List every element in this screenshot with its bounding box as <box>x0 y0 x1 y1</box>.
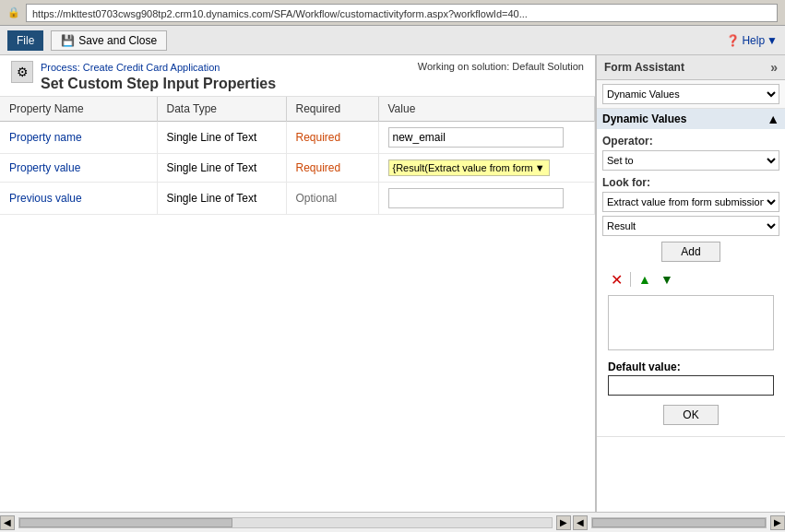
right-panel-scroll-left[interactable]: ◀ <box>573 515 588 530</box>
scroll-left-arrow[interactable]: ◀ <box>0 515 15 530</box>
dynamic-values-section-header: Dynamic Values ▲ <box>597 109 785 129</box>
process-link[interactable]: Process: Create Credit Card Application <box>41 61 276 74</box>
values-textarea[interactable] <box>608 295 774 350</box>
value-cell-1: {Result(Extract value from form ▼ <box>378 154 595 183</box>
form-assistant-dropdown[interactable]: Dynamic Values Static Values <box>602 84 779 104</box>
property-name-cell-2: Previous value <box>0 183 157 215</box>
move-up-icon[interactable]: ▲ <box>636 271 653 288</box>
operator-select[interactable]: Set to <box>602 150 779 171</box>
right-panel: Form Assistant » Dynamic Values Static V… <box>596 55 785 512</box>
right-scrollbar-thumb <box>592 518 766 527</box>
value-input-0[interactable] <box>388 127 564 148</box>
scroll-right-arrow[interactable]: ▶ <box>556 515 571 530</box>
optional-badge-2: Optional <box>296 192 338 205</box>
dynamic-values-section: Dynamic Values ▲ Operator: Set to Look f… <box>597 109 785 437</box>
operator-label: Operator: <box>602 135 779 148</box>
actions-divider <box>630 272 631 287</box>
data-type-cell-2: Single Line of Text <box>157 183 286 215</box>
delete-icon[interactable]: ✕ <box>608 271 624 288</box>
scrollbar-track[interactable] <box>18 517 553 528</box>
look-for-select[interactable]: Extract value from form submission <box>602 192 779 212</box>
table-row: Previous value Single Line of Text Optio… <box>0 183 595 215</box>
required-cell-2: Optional <box>286 183 378 215</box>
property-value-link[interactable]: Property value <box>9 161 80 174</box>
col-header-required: Required <box>286 97 378 122</box>
move-down-icon[interactable]: ▼ <box>659 271 675 288</box>
header-text: Process: Create Credit Card Application … <box>41 61 276 92</box>
ok-button[interactable]: OK <box>663 405 718 425</box>
page-header: ⚙ Process: Create Credit Card Applicatio… <box>0 55 595 97</box>
add-button[interactable]: Add <box>661 242 720 262</box>
bottom-scrollbar: ◀ ▶ ◀ ▶ <box>0 512 785 532</box>
dynamic-value-dropdown-icon: ▼ <box>535 162 545 173</box>
dynamic-values-title: Dynamic Values <box>602 112 686 125</box>
previous-value-link[interactable]: Previous value <box>9 192 82 205</box>
solution-text: Working on solution: Default Solution <box>418 61 584 72</box>
save-close-label: Save and Close <box>78 34 157 47</box>
settings-icon: ⚙ <box>11 61 33 83</box>
help-button[interactable]: ❓ Help ▼ <box>726 34 778 47</box>
default-value-input[interactable] <box>608 375 774 396</box>
browser-bar: 🔒 https://mkttest0703cwsg908tp2.crm10.dy… <box>0 0 785 26</box>
main-content: ⚙ Process: Create Credit Card Applicatio… <box>0 55 785 512</box>
file-button[interactable]: File <box>7 30 43 51</box>
form-assistant-title: Form Assistant <box>604 61 684 74</box>
left-panel: ⚙ Process: Create Credit Card Applicatio… <box>0 55 596 512</box>
dynamic-value-text: {Result(Extract value from form <box>393 162 533 173</box>
help-label: Help <box>742 34 765 47</box>
required-badge-1: Required <box>296 161 341 174</box>
value-input-2[interactable] <box>388 188 564 208</box>
dynamic-value-button[interactable]: {Result(Extract value from form ▼ <box>388 160 550 176</box>
help-dropdown-icon: ▼ <box>767 34 778 47</box>
section-collapse-icon[interactable]: ▲ <box>767 112 779 126</box>
col-header-data-type: Data Type <box>157 97 286 122</box>
url-bar[interactable]: https://mkttest0703cwsg908tp2.crm10.dyna… <box>26 4 778 22</box>
right-scrollbar-track[interactable] <box>591 517 767 528</box>
table-header-row: Property Name Data Type Required Value <box>0 97 595 122</box>
save-icon: 💾 <box>61 34 75 47</box>
table-row: Property value Single Line of Text Requi… <box>0 154 595 183</box>
help-circle-icon: ❓ <box>726 34 740 47</box>
actions-row: ✕ ▲ ▼ <box>602 267 779 291</box>
look-for-label: Look for: <box>602 176 779 189</box>
table-row: Property name Single Line of Text Requir… <box>0 122 595 154</box>
properties-table: Property Name Data Type Required Value P… <box>0 97 595 215</box>
col-header-value: Value <box>378 97 595 122</box>
required-cell-1: Required <box>286 154 378 183</box>
right-panel-scroll-right[interactable]: ▶ <box>770 515 785 530</box>
data-type-cell-0: Single Line of Text <box>157 122 286 154</box>
data-type-cell-1: Single Line of Text <box>157 154 286 183</box>
default-value-label: Default value: <box>602 357 779 375</box>
page-title: Set Custom Step Input Properties <box>41 76 276 92</box>
save-close-button[interactable]: 💾 Save and Close <box>51 30 167 51</box>
property-name-cell-1: Property value <box>0 154 157 183</box>
required-cell-0: Required <box>286 122 378 154</box>
header-left: ⚙ Process: Create Credit Card Applicatio… <box>11 61 276 92</box>
lock-icon: 🔒 <box>7 6 20 18</box>
value-cell-2 <box>378 183 595 215</box>
scrollbar-thumb <box>19 518 232 527</box>
form-assistant-header: Form Assistant » <box>597 55 785 80</box>
property-name-link[interactable]: Property name <box>9 131 82 144</box>
result-select[interactable]: Result <box>602 216 779 236</box>
top-dropdown-row: Dynamic Values Static Values <box>597 80 785 109</box>
value-cell-0 <box>378 122 595 154</box>
col-header-property-name: Property Name <box>0 97 157 122</box>
toolbar: File 💾 Save and Close ❓ Help ▼ <box>0 26 785 55</box>
property-name-cell: Property name <box>0 122 157 154</box>
expand-icon[interactable]: » <box>770 60 778 75</box>
required-badge-0: Required <box>296 131 341 144</box>
